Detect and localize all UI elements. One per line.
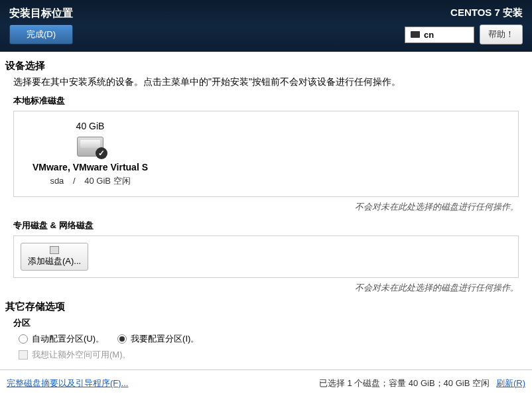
local-disks-title: 本地标准磁盘	[13, 95, 527, 107]
keyboard-layout-indicator[interactable]: cn	[405, 27, 474, 43]
auto-partition-option[interactable]: 自动配置分区(U)。	[19, 333, 104, 345]
selection-status: 已选择 1 个磁盘；容量 40 GiB；40 GiB 空闲	[319, 377, 490, 389]
special-disks-hint: 不会对未在此处选择的磁盘进行任何操作。	[13, 282, 519, 294]
disk-icon-wrap: ✓	[77, 137, 103, 157]
extra-space-label: 我想让额外空间可用(M)。	[32, 349, 131, 361]
special-disks-title: 专用磁盘 & 网络磁盘	[13, 220, 527, 231]
device-selection-title: 设备选择	[5, 60, 527, 72]
header-left: 安装目标位置 完成(D)	[9, 7, 73, 52]
disk-name: VMware, VMware Virtual S	[33, 162, 148, 172]
partition-radio-row: 自动配置分区(U)。 我要配置分区(I)。	[19, 333, 527, 345]
refresh-link[interactable]: 刷新(R)	[496, 377, 525, 389]
header-right: CENTOS 7 安装 cn 帮助！	[405, 7, 523, 52]
add-disk-button[interactable]: 添加磁盘(A)...	[21, 243, 88, 271]
disk-device: sda	[50, 176, 64, 186]
special-disks-container: 添加磁盘(A)...	[13, 235, 519, 278]
keyboard-layout-label: cn	[424, 30, 434, 40]
check-icon: ✓	[96, 147, 107, 159]
radio-checked-icon	[117, 334, 127, 344]
keyboard-icon	[411, 31, 420, 38]
local-disks-hint: 不会对未在此处选择的磁盘进行任何操作。	[13, 201, 519, 213]
radio-unchecked-icon	[19, 334, 28, 344]
disk-free: 40 GiB 空闲	[84, 176, 130, 186]
local-disks-container: 40 GiB ✓ VMware, VMware Virtual S sda / …	[13, 111, 519, 197]
manual-partition-label: 我要配置分区(I)。	[131, 333, 199, 345]
separator: /	[73, 176, 76, 186]
auto-partition-label: 自动配置分区(U)。	[32, 333, 104, 345]
add-disk-icon	[50, 246, 59, 254]
main-content: 设备选择 选择要在其中安装系统的设备。点击主菜单中的"开始安装"按钮前不会对该设…	[0, 52, 532, 381]
disk-summary-link[interactable]: 完整磁盘摘要以及引导程序(F)...	[7, 377, 128, 389]
page-title: 安装目标位置	[9, 7, 73, 21]
installer-title: CENTOS 7 安装	[450, 7, 523, 19]
checkbox-disabled-icon	[19, 350, 28, 360]
footer-bar: 完整磁盘摘要以及引导程序(F)... 已选择 1 个磁盘；容量 40 GiB；4…	[0, 369, 532, 396]
help-button[interactable]: 帮助！	[480, 25, 523, 44]
disk-size: 40 GiB	[76, 121, 105, 131]
other-storage-title: 其它存储选项	[5, 300, 527, 313]
footer-right: 已选择 1 个磁盘；容量 40 GiB；40 GiB 空闲 刷新(R)	[319, 377, 525, 389]
manual-partition-option[interactable]: 我要配置分区(I)。	[117, 333, 199, 345]
disk-item[interactable]: 40 GiB ✓ VMware, VMware Virtual S sda / …	[21, 118, 160, 190]
done-button[interactable]: 完成(D)	[9, 25, 73, 44]
partition-title: 分区	[13, 317, 527, 329]
extra-space-option: 我想让额外空间可用(M)。	[19, 349, 527, 361]
header-right-row: cn 帮助！	[405, 25, 523, 44]
device-selection-desc: 选择要在其中安装系统的设备。点击主菜单中的"开始安装"按钮前不会对该设备进行任何…	[13, 76, 527, 88]
disk-details: sda / 40 GiB 空闲	[50, 175, 130, 187]
header-bar: 安装目标位置 完成(D) CENTOS 7 安装 cn 帮助！	[0, 0, 532, 52]
add-disk-label: 添加磁盘(A)...	[28, 255, 81, 267]
